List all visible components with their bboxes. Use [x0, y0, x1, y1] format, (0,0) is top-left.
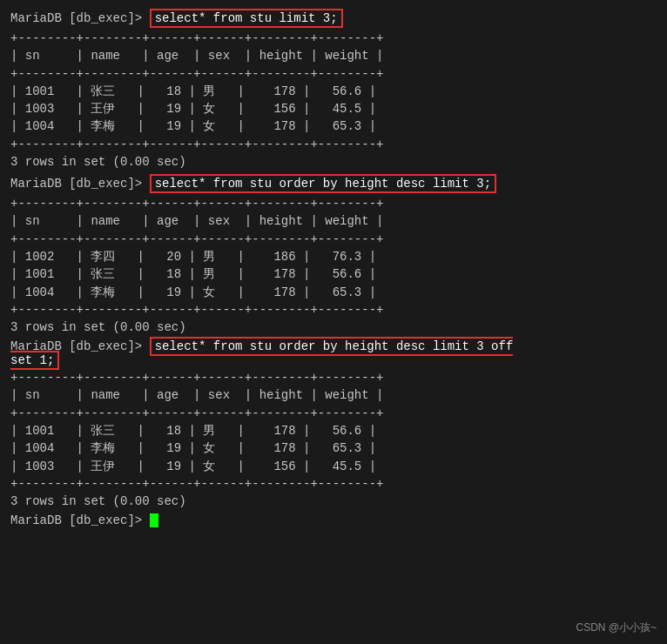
command-2: select* from stu order by height desc li… [150, 174, 496, 193]
final-prompt: MariaDB [db_exec]> [10, 513, 150, 527]
result-1: 3 rows in set (0.00 sec) [10, 155, 657, 169]
cursor [150, 513, 158, 527]
terminal: MariaDB [db_exec]> select* from stu limi… [10, 9, 657, 527]
final-prompt-line: MariaDB [db_exec]> [10, 513, 657, 527]
query-block-2: MariaDB [db_exec]> select* from stu orde… [10, 174, 657, 334]
table-output-2: +--------+--------+------+------+-------… [10, 195, 657, 319]
prompt-line-1: MariaDB [db_exec]> select* from stu limi… [10, 9, 657, 28]
table-output-1: +--------+--------+------+------+-------… [10, 30, 657, 153]
prompt-1: MariaDB [db_exec]> [10, 11, 150, 25]
command-1: select* from stu limit 3; [150, 9, 343, 28]
query-block-1: MariaDB [db_exec]> select* from stu limi… [10, 9, 657, 169]
prompt-line-2: MariaDB [db_exec]> select* from stu orde… [10, 174, 657, 193]
result-3: 3 rows in set (0.00 sec) [10, 494, 657, 508]
prompt-block-3: MariaDB [db_exec]> select* from stu orde… [10, 339, 657, 367]
query-block-3: MariaDB [db_exec]> select* from stu orde… [10, 339, 657, 508]
watermark: CSDN @小小孩~ [576, 621, 657, 635]
prompt-2: MariaDB [db_exec]> [10, 177, 150, 191]
table-output-3: +--------+--------+------+------+-------… [10, 369, 657, 493]
result-2: 3 rows in set (0.00 sec) [10, 320, 657, 334]
